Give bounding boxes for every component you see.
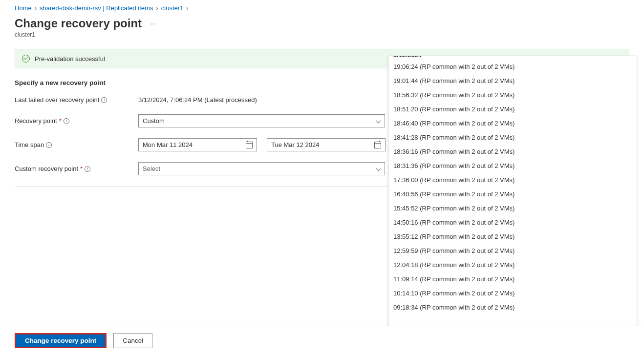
dropdown-item[interactable]: 18:51:20 (RP common with 2 out of 2 VMs) (388, 102, 637, 116)
time-span-label: Time span (15, 141, 44, 148)
custom-rp-select[interactable]: Select (138, 162, 385, 175)
info-icon[interactable] (64, 118, 69, 124)
page-title: Change recovery point (15, 17, 142, 30)
check-circle-icon (22, 55, 30, 63)
dropdown-item[interactable]: 09:18:34 (RP common with 2 out of 2 VMs) (388, 300, 637, 314)
last-failed-value: 3/12/2024, 7:06:24 PM (Latest processed) (138, 96, 387, 104)
validation-message: Pre-validation successful (35, 55, 105, 63)
calendar-icon (374, 142, 381, 148)
recovery-point-dropdown[interactable]: 3/12/2024 19:06:24 (RP common with 2 out… (388, 56, 637, 348)
footer: Change recovery point Cancel (0, 326, 644, 355)
dropdown-item[interactable]: 18:46:40 (RP common with 2 out of 2 VMs) (388, 116, 637, 130)
dropdown-item[interactable]: 18:36:16 (RP common with 2 out of 2 VMs) (388, 145, 637, 159)
info-icon[interactable] (101, 97, 107, 103)
chevron-right-icon: › (156, 4, 158, 12)
page-header: Change recovery point ··· cluster1 (0, 15, 644, 41)
recovery-point-value: Custom (143, 117, 165, 125)
required-asterisk: * (59, 117, 62, 125)
date-from-value: Mon Mar 11 2024 (143, 141, 193, 148)
dropdown-item[interactable]: 18:31:36 (RP common with 2 out of 2 VMs) (388, 159, 637, 173)
dropdown-item[interactable]: 18:41:28 (RP common with 2 out of 2 VMs) (388, 130, 637, 145)
dropdown-item[interactable]: 19:01:44 (RP common with 2 out of 2 VMs) (388, 74, 637, 88)
required-asterisk: * (80, 165, 83, 172)
dropdown-item[interactable]: 19:06:24 (RP common with 2 out of 2 VMs) (388, 60, 637, 74)
dropdown-item[interactable]: 10:14:10 (RP common with 2 out of 2 VMs) (388, 286, 637, 300)
more-icon[interactable]: ··· (150, 20, 156, 27)
dropdown-date-header: 3/12/2024 (388, 56, 637, 59)
breadcrumb: Home › shared-disk-demo-rsv | Replicated… (0, 0, 644, 15)
change-recovery-point-button[interactable]: Change recovery point (15, 333, 107, 348)
dropdown-item[interactable]: 13:55:12 (RP common with 2 out of 2 VMs) (388, 230, 637, 244)
dropdown-item[interactable]: 14:50:16 (RP common with 2 out of 2 VMs) (388, 215, 637, 230)
dropdown-item[interactable]: 17:36:00 (RP common with 2 out of 2 VMs) (388, 173, 637, 187)
date-to-input[interactable]: Tue Mar 12 2024 (267, 138, 386, 151)
chevron-down-icon (376, 167, 381, 170)
breadcrumb-rsv[interactable]: shared-disk-demo-rsv | Replicated items (40, 4, 153, 12)
page-subtitle: cluster1 (15, 31, 629, 38)
breadcrumb-home[interactable]: Home (15, 4, 32, 12)
dropdown-item[interactable]: 16:40:56 (RP common with 2 out of 2 VMs) (388, 187, 637, 201)
last-failed-label: Last failed over recovery point (15, 96, 99, 104)
chevron-down-icon (376, 120, 381, 123)
date-from-input[interactable]: Mon Mar 11 2024 (138, 138, 257, 151)
dropdown-item[interactable]: 12:04:18 (RP common with 2 out of 2 VMs) (388, 258, 637, 272)
chevron-right-icon: › (35, 4, 37, 12)
custom-rp-label: Custom recovery point (15, 165, 78, 172)
chevron-right-icon: › (186, 4, 188, 12)
dropdown-item[interactable]: 18:56:32 (RP common with 2 out of 2 VMs) (388, 88, 637, 102)
recovery-point-label: Recovery point (15, 117, 57, 125)
cancel-button[interactable]: Cancel (113, 333, 152, 348)
recovery-point-select[interactable]: Custom (138, 114, 385, 127)
breadcrumb-cluster[interactable]: cluster1 (161, 4, 184, 12)
info-icon[interactable] (46, 142, 52, 148)
dropdown-item[interactable]: 12:59:59 (RP common with 2 out of 2 VMs) (388, 244, 637, 258)
info-icon[interactable] (85, 166, 90, 172)
calendar-icon (246, 142, 253, 148)
custom-rp-placeholder: Select (143, 165, 160, 172)
date-to-value: Tue Mar 12 2024 (271, 141, 320, 148)
dropdown-item[interactable]: 11:09:14 (RP common with 2 out of 2 VMs) (388, 272, 637, 286)
dropdown-item[interactable]: 15:45:52 (RP common with 2 out of 2 VMs) (388, 201, 637, 215)
